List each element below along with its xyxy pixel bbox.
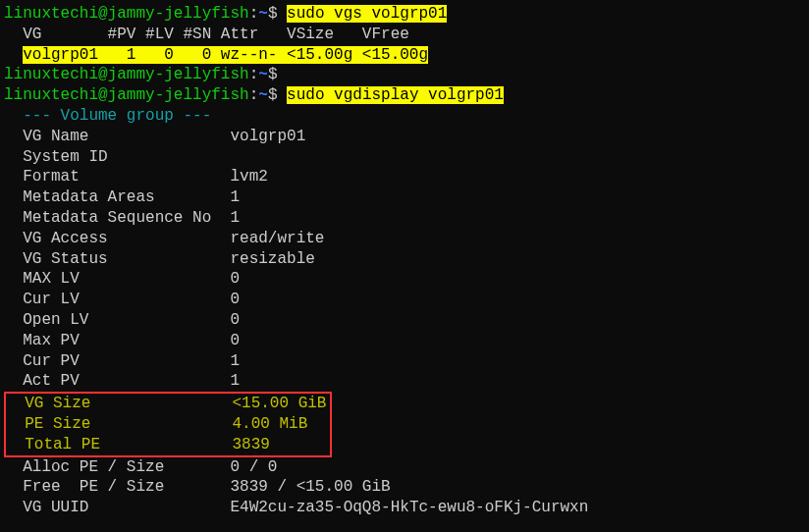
prompt-path: ~ [258, 86, 268, 104]
prompt-user: linuxtechi@jammy-jellyfish [4, 66, 249, 83]
highlighted-box: VG Size <15.00 GiB PE Size 4.00 MiB Tota… [4, 392, 332, 456]
row-value: resizable [221, 250, 315, 268]
prompt-path: ~ [258, 66, 268, 83]
prompt-line-empty: linuxtechi@jammy-jellyfish:~$ [4, 65, 805, 85]
prompt-line-1: linuxtechi@jammy-jellyfish:~$ sudo vgs v… [4, 4, 805, 25]
prompt-line-2: linuxtechi@jammy-jellyfish:~$ sudo vgdis… [4, 85, 805, 106]
prompt-user: linuxtechi@jammy-jellyfish [4, 5, 249, 23]
vgs-row: volgrp01 1 0 0 wz--n- <15.00g <15.00g [4, 45, 805, 66]
row-label: VG Size [6, 395, 223, 412]
row-value: read/write [221, 230, 325, 247]
row-value: 0 [221, 291, 240, 308]
prompt-dollar: $ [268, 66, 287, 83]
command-2: sudo vgdisplay volgrp01 [287, 86, 504, 104]
row-label: VG Status [4, 250, 221, 268]
row-value: E4W2cu-za35-OqQ8-HkTc-ewu8-oFKj-Curwxn [221, 499, 588, 516]
vgdisplay-highlighted-row: VG Size <15.00 GiB [6, 394, 326, 414]
vgdisplay-row: Act PV 1 [4, 371, 805, 392]
row-label: Metadata Sequence No [4, 209, 221, 227]
row-value: 1 [221, 372, 240, 390]
row-value: volgrp01 [221, 128, 305, 145]
row-value: <15.00 GiB [223, 395, 327, 412]
prompt-sep: : [249, 86, 259, 104]
row-value: 0 [221, 270, 240, 288]
vgdisplay-row: VG Name volgrp01 [4, 127, 805, 147]
row-label: Format [4, 168, 221, 186]
row-value: 0 / 0 [221, 458, 278, 476]
vgdisplay-row: Metadata Areas 1 [4, 187, 805, 208]
row-label: Alloc PE / Size [4, 458, 221, 476]
vgdisplay-title: --- Volume group --- [4, 106, 805, 127]
row-label: Cur PV [4, 352, 221, 370]
vgdisplay-row: Cur LV 0 [4, 290, 805, 310]
vgdisplay-row: Metadata Sequence No 1 [4, 208, 805, 229]
vgdisplay-row: MAX LV 0 [4, 269, 805, 290]
prompt-dollar: $ [268, 86, 287, 104]
row-label: Open LV [4, 311, 221, 329]
row-label: PE Size [6, 415, 223, 433]
prompt-user: linuxtechi@jammy-jellyfish [4, 86, 249, 104]
command-1: sudo vgs volgrp01 [287, 5, 447, 23]
row-label: Metadata Areas [4, 188, 221, 206]
row-label: System ID [4, 148, 108, 166]
row-label: VG Name [4, 128, 221, 145]
row-label: VG Access [4, 230, 221, 247]
row-label: Total PE [6, 436, 223, 453]
vgs-header: VG #PV #LV #SN Attr VSize VFree [4, 25, 805, 45]
row-value: 3839 / <15.00 GiB [221, 478, 391, 496]
vgdisplay-row: VG UUID E4W2cu-za35-OqQ8-HkTc-ewu8-oFKj-… [4, 498, 805, 518]
row-label: Cur LV [4, 291, 221, 308]
row-value: lvm2 [221, 168, 268, 186]
row-label: MAX LV [4, 270, 221, 288]
vgdisplay-row: Alloc PE / Size 0 / 0 [4, 457, 805, 478]
vgdisplay-row: Format lvm2 [4, 167, 805, 187]
row-value: 1 [221, 188, 240, 206]
vgdisplay-row: Cur PV 1 [4, 351, 805, 372]
row-value: 0 [221, 311, 240, 329]
row-label: Max PV [4, 332, 221, 349]
vgdisplay-row: VG Status resizable [4, 249, 805, 270]
prompt-sep: : [249, 66, 259, 83]
vgdisplay-row: Max PV 0 [4, 331, 805, 351]
vgdisplay-highlighted-row: Total PE 3839 [6, 435, 326, 455]
prompt-path: ~ [258, 5, 268, 23]
row-value: 3839 [223, 436, 270, 453]
prompt-dollar: $ [268, 5, 287, 23]
row-value: 1 [221, 352, 240, 370]
row-value: 0 [221, 332, 240, 349]
row-label: VG UUID [4, 499, 221, 516]
row-value: 1 [221, 209, 240, 227]
prompt-sep: : [249, 5, 259, 23]
vgdisplay-row: VG Access read/write [4, 229, 805, 249]
vgdisplay-highlighted-row: PE Size 4.00 MiB [6, 414, 326, 435]
row-value: 4.00 MiB [223, 415, 307, 433]
terminal[interactable]: linuxtechi@jammy-jellyfish:~$ sudo vgs v… [4, 4, 805, 532]
row-label: Act PV [4, 372, 221, 390]
vgdisplay-row: Free PE / Size 3839 / <15.00 GiB [4, 477, 805, 498]
row-label: Free PE / Size [4, 478, 221, 496]
vgdisplay-row: System ID [4, 147, 805, 168]
vgdisplay-row: Open LV 0 [4, 310, 805, 331]
